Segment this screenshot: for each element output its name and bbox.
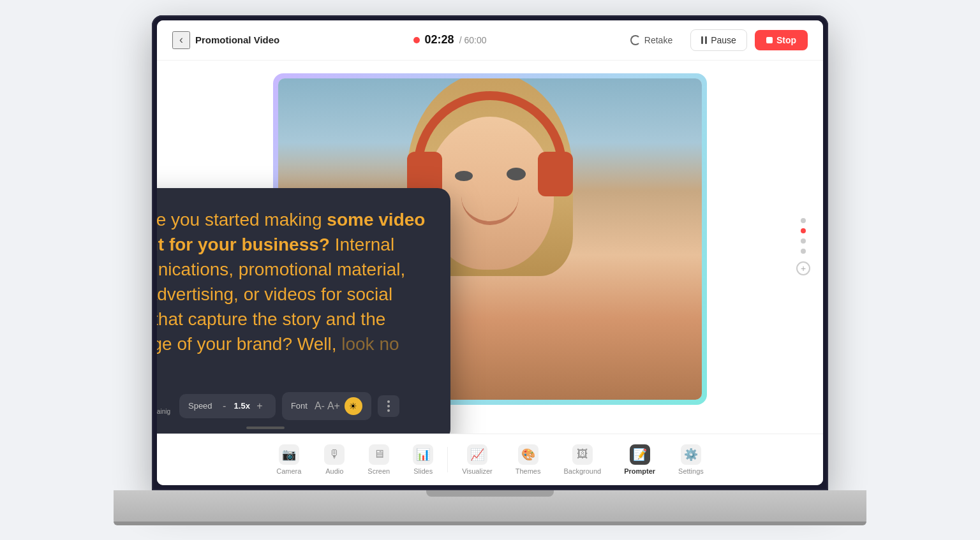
- prompter-time-label: Time remainig: [157, 408, 170, 415]
- font-control: Font A- A+ ☀: [282, 392, 371, 420]
- laptop-shell: ‹ Promotional Video 02:28 / 60:00 Retake: [114, 15, 866, 525]
- prompter-text-part1: Is it time you started making: [157, 210, 327, 230]
- slides-icon: 📊: [413, 444, 433, 465]
- settings-label: Settings: [678, 467, 704, 475]
- toolbar-item-background[interactable]: 🖼 Background: [552, 441, 612, 479]
- laptop-notch: [426, 490, 554, 497]
- font-label: Font: [291, 401, 308, 411]
- retake-button[interactable]: Retake: [620, 30, 683, 50]
- prompter-label: Prompter: [624, 467, 655, 475]
- speed-value: 1.5x: [234, 401, 250, 411]
- retake-icon: [630, 35, 641, 45]
- main-content: + Is it time you started making some vid…: [157, 61, 823, 434]
- stop-icon: [766, 37, 773, 43]
- prompter-controls: 5:23 Time remainig Speed - 1.5x + Font A…: [157, 392, 431, 420]
- recording-indicator: [413, 37, 420, 43]
- prompter-card: Is it time you started making some video…: [157, 188, 450, 434]
- speed-label: Speed: [188, 401, 212, 411]
- speed-increase-button[interactable]: +: [253, 399, 267, 413]
- font-increase-button[interactable]: A+: [327, 399, 341, 413]
- top-bar: ‹ Promotional Video 02:28 / 60:00 Retake: [157, 20, 823, 61]
- prompter-icon: 📝: [630, 444, 650, 465]
- sun-icon: ☀: [349, 401, 357, 411]
- screen-label: Screen: [368, 467, 390, 475]
- slides-label: Slides: [413, 467, 433, 475]
- speed-control: Speed - 1.5x +: [179, 394, 276, 418]
- bottom-toolbar: 📷 Camera 🎙 Audio 🖥 Screen: [157, 434, 823, 485]
- laptop-base-bottom: [114, 522, 866, 525]
- scroll-indicator: [246, 427, 285, 429]
- settings-icon: ⚙️: [681, 444, 701, 465]
- screen-bezel: ‹ Promotional Video 02:28 / 60:00 Retake: [152, 15, 828, 490]
- audio-icon: 🎙: [324, 444, 345, 465]
- timer-total: / 60:00: [459, 35, 487, 45]
- stop-button[interactable]: Stop: [755, 30, 808, 50]
- visualizer-icon: 📈: [467, 444, 487, 465]
- prompter-text: Is it time you started making some video…: [157, 207, 431, 379]
- top-bar-center: 02:28 / 60:00: [413, 33, 487, 47]
- toolbar-item-audio[interactable]: 🎙 Audio: [313, 441, 356, 479]
- toolbar-item-camera[interactable]: 📷 Camera: [265, 441, 313, 479]
- nav-dot-2[interactable]: [801, 228, 806, 233]
- screen-inner: ‹ Promotional Video 02:28 / 60:00 Retake: [157, 20, 823, 485]
- more-options-button[interactable]: [378, 395, 399, 417]
- toolbar-item-screen[interactable]: 🖥 Screen: [356, 441, 401, 479]
- toolbar-item-slides[interactable]: 📊 Slides: [401, 441, 445, 479]
- speed-decrease-button[interactable]: -: [218, 399, 232, 413]
- page-title: Promotional Video: [195, 34, 279, 45]
- camera-label: Camera: [276, 467, 301, 475]
- toolbar-divider-1: [447, 447, 448, 472]
- font-decrease-button[interactable]: A-: [313, 399, 327, 413]
- prompter-time-value: 5:23: [157, 397, 170, 408]
- camera-icon: 📷: [279, 444, 299, 465]
- visualizer-label: Visualizer: [462, 467, 493, 475]
- dots-navigation: +: [796, 218, 810, 275]
- add-dot-button[interactable]: +: [796, 261, 810, 275]
- background-label: Background: [563, 467, 601, 475]
- eye-right: [507, 168, 526, 180]
- top-bar-left: ‹ Promotional Video: [172, 31, 279, 49]
- themes-label: Themes: [516, 467, 541, 475]
- themes-icon: 🎨: [518, 444, 538, 465]
- timer-display: 02:28: [425, 33, 454, 47]
- background-icon: 🖼: [572, 444, 593, 465]
- pause-button[interactable]: Pause: [690, 29, 747, 51]
- toolbar-item-settings[interactable]: ⚙️ Settings: [667, 441, 715, 479]
- more-icon: [387, 400, 390, 412]
- nav-dot-1[interactable]: [801, 218, 806, 223]
- toolbar-item-visualizer[interactable]: 📈 Visualizer: [450, 441, 504, 479]
- theme-toggle-button[interactable]: ☀: [345, 397, 362, 415]
- laptop-base: [114, 490, 866, 525]
- nav-dot-3[interactable]: [801, 238, 806, 244]
- toolbar-item-prompter[interactable]: 📝 Prompter: [612, 441, 667, 479]
- nav-dot-4[interactable]: [801, 249, 806, 254]
- eye-left: [455, 171, 473, 181]
- back-button[interactable]: ‹: [172, 31, 190, 49]
- pause-icon: [701, 36, 707, 44]
- headphone-right-cup: [538, 152, 573, 196]
- audio-label: Audio: [325, 467, 343, 475]
- toolbar-item-themes[interactable]: 🎨 Themes: [504, 441, 553, 479]
- time-display: 5:23 Time remainig: [157, 397, 170, 415]
- screen-icon: 🖥: [369, 444, 389, 465]
- top-bar-right: Retake Pause Stop: [620, 29, 808, 51]
